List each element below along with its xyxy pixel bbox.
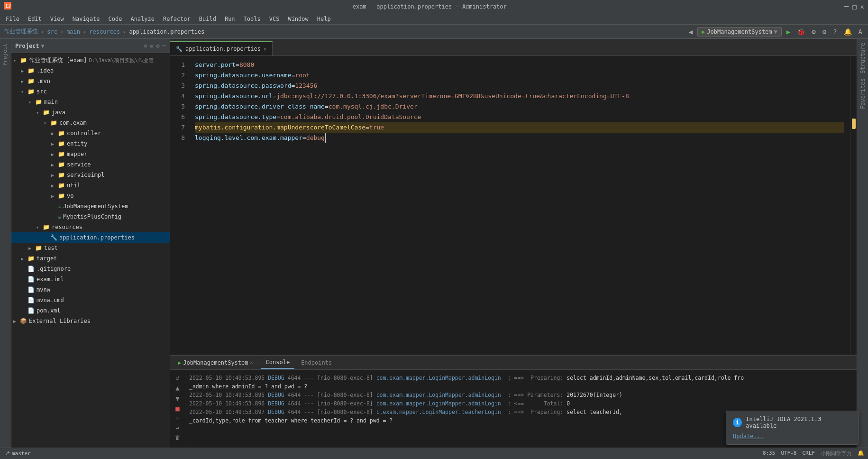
menu-item-file[interactable]: File bbox=[2, 15, 23, 23]
console-filter-icon[interactable]: ≡ bbox=[176, 415, 179, 422]
tree-item-mybatisconfig[interactable]: ▶ ☕ MybatisPlusConfig bbox=[11, 211, 170, 222]
minimize-icon[interactable]: ─ bbox=[844, 2, 849, 11]
menu-item-window[interactable]: Window bbox=[284, 15, 312, 23]
line-sep[interactable]: CRLF bbox=[803, 450, 815, 457]
git-status[interactable]: master bbox=[12, 450, 31, 457]
tree-item-mvnw[interactable]: ▶ 📄 mvnw bbox=[11, 285, 170, 295]
console-wrap-icon[interactable]: ↩ bbox=[176, 425, 179, 431]
back-button[interactable]: ◀ bbox=[687, 27, 694, 37]
close-icon[interactable]: ✕ bbox=[860, 3, 864, 10]
project-settings-icon[interactable]: ⚙ bbox=[156, 43, 160, 49]
project-collapse-icon[interactable]: ≡ bbox=[150, 43, 153, 49]
tree-item-test[interactable]: ▶ 📁 test bbox=[11, 243, 170, 253]
tree-item-extlibs[interactable]: ▶ 📦 External Libraries bbox=[11, 316, 170, 326]
line-column[interactable]: 8:35 bbox=[763, 450, 776, 457]
tab-close-icon[interactable]: ✕ bbox=[264, 46, 266, 52]
vertical-tab-project[interactable]: Project bbox=[0, 39, 11, 70]
notifications-count[interactable]: 🔔 bbox=[858, 450, 864, 457]
code-line-4: spring.datasource.url=jdbc:mysql://127.0… bbox=[195, 91, 844, 101]
encoding[interactable]: UTF-8 bbox=[781, 450, 796, 457]
tree-item-resources[interactable]: ▾ 📁 resources bbox=[11, 222, 170, 232]
editor-tab-appprops[interactable]: 🔧 application.properties ✕ bbox=[170, 41, 273, 55]
tree-item-java[interactable]: ▾ 📁 java bbox=[11, 107, 170, 118]
notification-action[interactable]: Update... bbox=[733, 433, 851, 440]
settings-button[interactable]: ⚙ bbox=[821, 27, 828, 37]
project-panel: Project ▼ ⊙ ≡ ⚙ ─ ▾ 📁 作业管理系统 [exam] D:\J… bbox=[11, 39, 170, 459]
right-structure-icon[interactable]: Structure bbox=[859, 43, 866, 73]
help-button[interactable]: ? bbox=[831, 27, 839, 37]
menu-item-tools[interactable]: Tools bbox=[240, 15, 265, 23]
breadcrumb-file[interactable]: application.properties bbox=[129, 28, 205, 35]
project-close-icon[interactable]: ─ bbox=[163, 43, 166, 49]
tree-item-target[interactable]: ▶ 📁 target bbox=[11, 253, 170, 264]
console-clear-icon[interactable]: 🗑 bbox=[175, 434, 181, 441]
code-line-3: spring.datasource.password=123456 bbox=[195, 81, 844, 91]
breadcrumb-main[interactable]: main bbox=[66, 28, 80, 35]
code-content[interactable]: server.port=8080 spring.datasource.usern… bbox=[189, 56, 850, 355]
console-line-1: 2022-05-10 10:49:53.895 DEBUG 4644 --- [… bbox=[189, 374, 853, 382]
tree-item-mvn[interactable]: ▶ 📁 .mvn bbox=[11, 76, 170, 86]
tree-item-main[interactable]: ▾ 📁 main bbox=[11, 97, 170, 107]
run-button[interactable]: ▶ bbox=[785, 27, 792, 37]
breadcrumb-home[interactable]: 作业管理系统 bbox=[4, 28, 38, 36]
menu-item-refactor[interactable]: Refactor bbox=[159, 15, 194, 23]
run-label-container: ▶ JobManagementSystem ✕ bbox=[174, 359, 257, 366]
project-dropdown-icon[interactable]: ▼ bbox=[41, 43, 45, 49]
menu-item-build[interactable]: Build bbox=[195, 15, 220, 23]
tree-item-src[interactable]: ▾ 📁 src bbox=[11, 86, 170, 97]
menu-item-help[interactable]: Help bbox=[313, 15, 335, 23]
tree-item-comexam[interactable]: ▾ 📁 com.exam bbox=[11, 118, 170, 128]
tree-item-examiml[interactable]: ▶ 📄 exam.iml bbox=[11, 274, 170, 285]
breadcrumb-src[interactable]: src bbox=[47, 28, 57, 35]
run-tab-label[interactable]: JobManagementSystem bbox=[183, 359, 248, 366]
run-config-selector[interactable]: ▶ JobManagementSystem ▼ bbox=[697, 27, 782, 37]
menu-item-vcs[interactable]: VCS bbox=[265, 15, 283, 23]
console-stop-icon[interactable]: ■ bbox=[175, 405, 179, 413]
project-tree: ▾ 📁 作业管理系统 [exam] D:\Java\项目实践\作业管 ▶ 📁 .… bbox=[11, 53, 170, 459]
code-line-5: spring.datasource.driver-class-name=com.… bbox=[195, 101, 844, 112]
right-favorites-icon[interactable]: Favorites bbox=[859, 78, 866, 109]
title-bar: IJ exam - application.properties - Admin… bbox=[0, 0, 868, 13]
git-branch-icon: ⎇ bbox=[4, 450, 10, 457]
tree-item-mvnwcmd[interactable]: ▶ 📄 mvnw.cmd bbox=[11, 295, 170, 305]
breadcrumb-resources[interactable]: resources bbox=[89, 28, 120, 35]
tree-item-service[interactable]: ▶ 📁 service bbox=[11, 159, 170, 170]
menu-item-analyze[interactable]: Analyze bbox=[127, 15, 158, 23]
git-user: 小刚同学字力 bbox=[821, 450, 852, 457]
tree-item-vo[interactable]: ▶ 📁 vo bbox=[11, 191, 170, 201]
menu-item-view[interactable]: View bbox=[46, 15, 68, 23]
tree-item-root[interactable]: ▾ 📁 作业管理系统 [exam] D:\Java\项目实践\作业管 bbox=[11, 55, 170, 65]
console-scroll-up-icon[interactable]: ▲ bbox=[175, 384, 179, 392]
code-line-7: mybatis.configuration.mapUnderscoreToCam… bbox=[195, 122, 844, 133]
endpoints-tab[interactable]: Endpoints bbox=[296, 357, 337, 369]
tree-item-gitignore[interactable]: ▶ 📄 .gitignore bbox=[11, 264, 170, 274]
console-scroll-down-icon[interactable]: ▼ bbox=[175, 395, 179, 402]
code-editor[interactable]: 1 2 3 4 5 6 7 8 server.port=8080 spring.… bbox=[170, 56, 857, 355]
tree-item-serviceimpl[interactable]: ▶ 📁 serviceimpl bbox=[11, 170, 170, 180]
tree-item-util[interactable]: ▶ 📁 util bbox=[11, 180, 170, 191]
console-restart-icon[interactable]: ↺ bbox=[175, 374, 179, 381]
tree-item-appprops[interactable]: ▶ 🔧 application.properties bbox=[11, 232, 170, 243]
tree-item-jobmgmt[interactable]: ▶ ☕ JobManagementSystem bbox=[11, 201, 170, 211]
lang-button[interactable]: A bbox=[857, 27, 864, 37]
notification-title: IntelliJ IDEA 2021.1.3 available bbox=[746, 416, 851, 429]
run-tab-close[interactable]: ✕ bbox=[250, 360, 253, 365]
build-button[interactable]: ⚙ bbox=[810, 27, 817, 37]
bottom-tabs: ▶ JobManagementSystem ✕ Console Endpoint… bbox=[170, 356, 857, 370]
console-tab[interactable]: Console bbox=[261, 357, 295, 369]
tree-item-idea[interactable]: ▶ 📁 .idea bbox=[11, 65, 170, 76]
menu-item-navigate[interactable]: Navigate bbox=[69, 15, 104, 23]
tree-item-mapper[interactable]: ▶ 📁 mapper bbox=[11, 149, 170, 159]
maximize-icon[interactable]: □ bbox=[852, 3, 856, 10]
code-line-2: spring.datasource.username=root bbox=[195, 70, 844, 81]
menu-item-edit[interactable]: Edit bbox=[24, 15, 46, 23]
project-locate-icon[interactable]: ⊙ bbox=[144, 43, 147, 49]
menu-item-run[interactable]: Run bbox=[221, 15, 239, 23]
tree-item-pomxml[interactable]: ▶ 📄 pom.xml bbox=[11, 305, 170, 316]
notifications-button[interactable]: 🔔 bbox=[842, 27, 854, 37]
tree-item-entity[interactable]: ▶ 📁 entity bbox=[11, 138, 170, 149]
tree-item-controller[interactable]: ▶ 📁 controller bbox=[11, 128, 170, 138]
debug-button[interactable]: 🐞 bbox=[795, 27, 807, 37]
toolbar: 作业管理系统 › src › main › resources › applic… bbox=[0, 25, 868, 39]
menu-item-code[interactable]: Code bbox=[105, 15, 126, 23]
